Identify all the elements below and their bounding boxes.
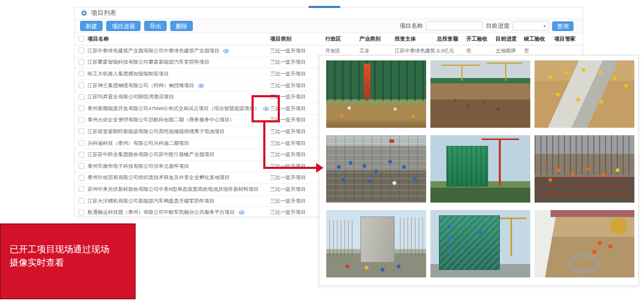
project-name-input[interactable] (426, 21, 483, 30)
progress-select[interactable]: ▾ (513, 21, 549, 30)
row-category: 三比一提升项目 (270, 126, 306, 137)
row-name-cell: 江苏苏中药业集团股份有限公司苏中医疗器械产业园项目 (88, 149, 215, 160)
site-photo-3[interactable] (535, 60, 634, 128)
site-photo-4[interactable] (326, 135, 426, 203)
column-header-name: 项目名称 (88, 33, 109, 45)
row-checkbox[interactable] (78, 186, 84, 192)
row-category: 三比一提升项目 (270, 57, 306, 68)
row-name-cell: 江苏中泰绿色建筑产业园有限公司中泰绿色建筑产业园项目 (88, 45, 230, 57)
row-name: 江苏中泰绿色建筑产业园有限公司中泰绿色建筑产业园项目 (88, 48, 219, 55)
row-name: 江苏神王集团钢缆有限公司（特种）钢丝绳项目 (88, 82, 194, 89)
row-category: 三比一提升项目 (270, 68, 306, 80)
row-name: 江苏攀森智能科技有限公司攀森新能源汽车零部件项目 (88, 59, 209, 66)
row-category: 三比一提升项目 (270, 184, 306, 195)
site-photo-9[interactable] (535, 210, 634, 277)
column-header-progress: 目前进度 (496, 33, 517, 45)
row-category: 三比一提升项目 (270, 80, 306, 91)
row-name: 兴科迪科技（泰州）有限公司兴科迪二期项目 (88, 140, 189, 147)
row-checkbox[interactable] (78, 117, 84, 123)
chevron-down-icon: ▾ (543, 24, 546, 29)
query-button[interactable]: 查询 (552, 21, 574, 31)
arrow-head-icon (316, 163, 324, 173)
row-checkbox[interactable] (78, 210, 84, 215)
site-photo-1[interactable] (326, 60, 426, 128)
site-photo-8[interactable] (430, 210, 530, 277)
row-name: 泰州市腾华电子科技有限公司功率元器件项目 (88, 163, 189, 170)
select-all-checkbox[interactable] (78, 36, 84, 42)
row-name-cell: 泰州火炬企业管理有限公司启航科创园二期（商务服务中心项目） (88, 115, 235, 126)
row-name: 哈工大机器人集团感知智能制造项目 (88, 71, 169, 78)
eye-icon[interactable] (198, 82, 205, 89)
row-checkbox[interactable] (78, 48, 84, 53)
delete-button[interactable]: 删除 (170, 21, 193, 31)
row-name-cell: 哈工大机器人集团感知智能制造项目 (88, 68, 169, 80)
canvas: 项目列表 新建 项目进展 导出 删除 项目名称 目前进度 ▾ 查询 项目名称 项… (0, 0, 644, 302)
annotation-callout: 已开工项目现场通过现场摄像实时查看 (0, 223, 136, 299)
site-photo-2[interactable] (430, 60, 530, 128)
row-category: 三比一提升项目 (270, 149, 306, 160)
column-header-amount: 总投资额 (437, 33, 458, 45)
row-checkbox[interactable] (78, 82, 84, 88)
row-category: 三比一提升项目 (270, 138, 306, 149)
new-button[interactable]: 新建 (80, 21, 103, 31)
panel-header: 项目列表 (75, 7, 583, 19)
eye-icon[interactable] (223, 48, 230, 55)
column-header-manager: 项目管家 (554, 33, 576, 45)
row-checkbox[interactable] (78, 163, 84, 169)
site-photo-5[interactable] (430, 135, 530, 203)
row-checkbox[interactable] (78, 128, 84, 134)
arrow-line-vertical (263, 122, 265, 167)
row-name: 泰州新顺能源开发有限公司47MW分布式交易试点项目（综合智慧能源项目） (88, 105, 260, 112)
column-header-completion-check: 竣工验收 (524, 33, 545, 45)
gear-icon (81, 10, 88, 17)
site-photo-6[interactable] (535, 135, 634, 203)
site-photo-7[interactable] (326, 210, 426, 277)
row-checkbox[interactable] (78, 94, 84, 100)
page-title: 项目列表 (91, 9, 116, 18)
row-name-cell: 苏州中来光伏新材股份有限公司中来N型单晶双面高效电池及组件新材料项目 (88, 184, 258, 195)
site-photos-panel (319, 55, 639, 286)
row-category: 三比一提升项目 (270, 45, 306, 57)
project-name-filter-label: 项目名称 (399, 22, 423, 30)
row-name-cell: 江苏神王集团钢缆有限公司（特种）钢丝绳项目 (88, 80, 205, 91)
row-checkbox[interactable] (78, 71, 84, 76)
table-header: 项目名称 项目类别 行政区 产业类别 投资主体 总投资额 开工验收 目前进度 竣… (75, 33, 583, 45)
row-name-cell: 江苏玛昇置业有限公司朗悦湾酒店项目 (88, 91, 174, 103)
progress-filter-label: 目前进度 (486, 22, 509, 30)
arrow-line-horizontal (263, 167, 316, 169)
row-name-cell: 航通融达科技园（泰州）有限公司中航军民融合公共服务平台项目 (88, 207, 245, 218)
active-tab-indicator (309, 6, 340, 8)
row-name: 泰州玖锐贸易有限公司纺织类技术研发及外资企业孵化基地项目 (88, 174, 230, 181)
filter-bar: 项目名称 目前进度 ▾ 查询 (399, 19, 574, 33)
export-button[interactable]: 导出 (144, 21, 167, 31)
row-checkbox[interactable] (78, 152, 84, 158)
row-checkbox[interactable] (78, 59, 84, 65)
row-name-cell: 江苏大洋精机有限公司新能源汽车阀盘类关键零部件项目 (88, 196, 215, 207)
column-header-investor: 投资主体 (395, 33, 416, 45)
row-checkbox[interactable] (78, 140, 84, 146)
row-name: 苏州中来光伏新材股份有限公司中来N型单晶双面高效电池及组件新材料项目 (88, 186, 258, 193)
eye-icon[interactable] (238, 209, 245, 216)
toolbar: 新建 项目进展 导出 删除 项目名称 目前进度 ▾ 查询 (75, 19, 583, 33)
row-checkbox[interactable] (78, 198, 84, 204)
project-progress-button[interactable]: 项目进展 (106, 21, 140, 31)
row-name: 泰州火炬企业管理有限公司启航科创园二期（商务服务中心项目） (88, 117, 235, 123)
row-name-cell: 泰州玖锐贸易有限公司纺织类技术研发及外资企业孵化基地项目 (88, 173, 230, 184)
row-category: 三比一提升项目 (270, 173, 306, 184)
row-checkbox[interactable] (78, 175, 84, 181)
row-checkbox[interactable] (78, 105, 84, 111)
row-name: 江苏双登富朗特新能源有限公司高性能储能用锂离子电池项目 (88, 128, 225, 135)
row-name-cell: 江苏双登富朗特新能源有限公司高性能储能用锂离子电池项目 (88, 126, 225, 137)
row-name: 江苏大洋精机有限公司新能源汽车阀盘类关键零部件项目 (88, 198, 215, 205)
row-name: 江苏苏中药业集团股份有限公司苏中医疗器械产业园项目 (88, 151, 215, 158)
column-header-start-check: 开工验收 (466, 33, 488, 45)
highlight-box (252, 95, 280, 122)
row-category: 三比一提升项目 (270, 207, 306, 218)
column-header-category: 项目类别 (270, 33, 292, 45)
row-name-cell: 兴科迪科技（泰州）有限公司兴科迪二期项目 (88, 138, 189, 149)
column-header-district: 行政区 (325, 33, 341, 45)
row-category: 三比一提升项目 (270, 196, 306, 207)
row-name: 航通融达科技园（泰州）有限公司中航军民融合公共服务平台项目 (88, 209, 235, 216)
column-header-industry: 产业类别 (359, 33, 381, 45)
row-name-cell: 泰州新顺能源开发有限公司47MW分布式交易试点项目（综合智慧能源项目） (88, 103, 270, 114)
